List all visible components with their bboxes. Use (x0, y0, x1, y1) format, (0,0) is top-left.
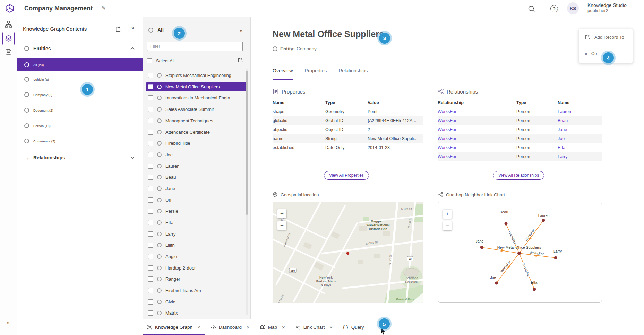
view-all-properties-button[interactable]: View All Properties (324, 171, 369, 180)
select-all-row[interactable]: Select All (147, 56, 246, 65)
tab-map[interactable]: Map × (260, 319, 285, 335)
entity-link[interactable]: Jane (558, 125, 602, 134)
tab-properties[interactable]: Properties (304, 68, 327, 80)
link-chart-container[interactable]: + − WorksFor WorksFor WorksFor (438, 202, 602, 303)
map-canvas[interactable]: Maggie L. Walker National Historic Site … (273, 202, 423, 303)
list-item[interactable]: Persie (146, 206, 247, 216)
list-item[interactable]: Jane (146, 184, 247, 193)
entity-link[interactable]: Beau (558, 116, 602, 125)
entity-type-all[interactable]: All (23) (17, 58, 143, 71)
checkbox[interactable] (148, 243, 153, 248)
layers-icon[interactable] (0, 31, 17, 45)
list-item[interactable]: Uri (146, 195, 247, 205)
edit-title-icon[interactable]: ✎ (101, 0, 106, 17)
search-icon[interactable] (527, 5, 535, 13)
node-larry[interactable] (554, 256, 557, 259)
expand-rail-icon[interactable]: » (0, 319, 17, 325)
view-all-relationships-button[interactable]: View All Relationships (493, 171, 544, 180)
list-item-selected[interactable]: New Metal Office Suppliers (146, 82, 247, 91)
list-item[interactable]: Staplers Mechanical Engineering (146, 71, 247, 80)
checkbox[interactable] (148, 299, 153, 305)
list-item[interactable]: Beau (146, 173, 247, 182)
entity-link[interactable]: Joe (558, 134, 602, 143)
list-item[interactable]: Managment Techniques (146, 116, 247, 125)
map-zoom-in-button[interactable]: + (277, 209, 286, 218)
app-logo-icon[interactable] (5, 3, 15, 13)
list-item[interactable]: Innovations in Mechanical Engin... (146, 93, 247, 103)
map-zoom-out-button[interactable]: − (277, 221, 286, 230)
checkbox[interactable] (148, 254, 153, 259)
tab-query[interactable]: { } Query (343, 319, 364, 335)
scrollbar-thumb[interactable] (246, 71, 248, 215)
close-tab-icon[interactable]: × (282, 324, 285, 330)
link-chart-canvas[interactable]: WorksFor WorksFor WorksFor WorksFor Work… (438, 202, 602, 302)
entity-link[interactable]: Lauren (558, 107, 602, 116)
relationship-link[interactable]: WorksFor (438, 116, 516, 125)
chart-zoom-out-button[interactable]: − (443, 221, 452, 230)
close-tab-icon[interactable]: × (197, 324, 200, 330)
relationship-link[interactable]: WorksFor (438, 107, 516, 116)
entity-type-document[interactable]: Document (2) (17, 104, 143, 117)
node-jane[interactable] (480, 246, 483, 249)
checkbox[interactable] (148, 118, 153, 123)
list-item[interactable]: Lauren (146, 161, 247, 171)
entities-section-header[interactable]: Entities (17, 41, 143, 56)
node-center[interactable] (517, 252, 521, 255)
entity-type-vehicle[interactable]: Vehicle (6) (17, 73, 143, 86)
checkbox[interactable] (148, 95, 153, 100)
tab-dashboard[interactable]: Dashboard × (211, 319, 250, 335)
chart-zoom-in-button[interactable]: + (443, 210, 452, 219)
checkbox[interactable] (148, 175, 153, 180)
entity-link[interactable]: Etta (558, 143, 602, 152)
data-model-icon[interactable] (0, 17, 17, 31)
checkbox[interactable] (148, 130, 153, 135)
collapse-panel-icon[interactable]: « (240, 27, 243, 33)
checkbox[interactable] (148, 231, 153, 237)
checkbox[interactable] (148, 141, 153, 146)
checkbox[interactable] (148, 288, 153, 293)
relationships-section-header[interactable]: → Relationships (17, 150, 143, 165)
node-beau[interactable] (505, 222, 508, 226)
close-tab-icon[interactable]: × (329, 324, 333, 330)
checkbox[interactable] (148, 197, 153, 203)
list-item[interactable]: Hardtop 2-door (146, 263, 247, 273)
map-container[interactable]: + − (273, 202, 423, 303)
entity-link[interactable]: Larry (558, 152, 602, 161)
checkbox[interactable] (148, 107, 153, 112)
save-icon[interactable] (0, 45, 17, 59)
node-etta[interactable] (533, 288, 536, 291)
menu-item-add-record-to[interactable]: Add Record To (579, 29, 633, 45)
checkbox[interactable] (148, 164, 153, 169)
relationship-link[interactable]: WorksFor (438, 125, 516, 134)
checkbox[interactable] (148, 209, 153, 214)
list-item[interactable]: Ranger (146, 274, 247, 284)
list-item[interactable]: Firebird Title (146, 139, 247, 148)
tab-knowledge-graph[interactable]: Knowledge Graph × (147, 319, 200, 335)
list-item[interactable]: Etta (146, 218, 247, 227)
node-joe[interactable] (495, 282, 498, 285)
checkbox[interactable] (148, 152, 153, 157)
checkbox[interactable] (148, 310, 153, 316)
list-item[interactable]: Larry (146, 229, 247, 239)
checkbox[interactable] (148, 73, 153, 78)
tab-link-chart[interactable]: Link Chart × (295, 319, 333, 335)
list-item[interactable]: Lilith (146, 240, 247, 250)
link-chart-nodes[interactable] (480, 219, 557, 291)
tab-relationships[interactable]: Relationships (338, 68, 368, 80)
entity-type-conference[interactable]: Conference (3) (17, 134, 143, 148)
add-to-panel-icon[interactable] (115, 26, 121, 34)
list-item[interactable]: Civic (146, 297, 247, 307)
list-item[interactable]: Firebird Trans Am (146, 286, 247, 295)
relationship-link[interactable]: WorksFor (438, 134, 516, 143)
tab-overview[interactable]: Overview (273, 68, 293, 80)
checkbox[interactable] (148, 186, 153, 191)
list-item[interactable]: Attendance Certificate (146, 127, 247, 137)
close-panel-icon[interactable]: × (131, 25, 135, 32)
checkbox[interactable] (148, 220, 153, 225)
checkbox[interactable] (148, 84, 153, 89)
list-item[interactable]: Sales Associate Summit (146, 105, 247, 114)
select-all-checkbox[interactable] (147, 58, 152, 63)
checkbox[interactable] (148, 265, 153, 271)
entity-type-company[interactable]: Company (2) (17, 88, 143, 101)
relationship-link[interactable]: WorksFor (438, 143, 516, 152)
